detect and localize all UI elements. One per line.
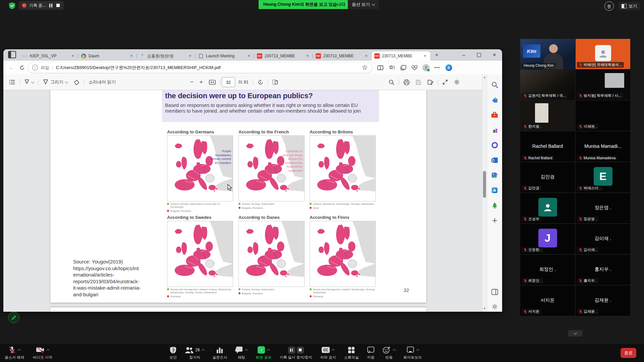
participant-tile-14[interactable]: 김이재 .김이재 . bbox=[576, 224, 630, 254]
bing-copilot-icon[interactable]: b bbox=[444, 63, 453, 72]
page-info-icon[interactable]: i bbox=[32, 65, 38, 70]
toolbar-share-button[interactable]: ↑화면 공유 bbox=[256, 344, 271, 362]
pdf-content-area[interactable]: the decision were up to European publics… bbox=[3, 90, 482, 312]
participant-tile-17[interactable]: 서지운서지운 bbox=[520, 286, 575, 316]
search-document-icon[interactable] bbox=[386, 77, 397, 87]
sidebar-toolbox-icon[interactable] bbox=[490, 111, 499, 119]
participant-tile-9[interactable]: 김민경김민경 bbox=[520, 162, 575, 192]
chevron-up-icon[interactable] bbox=[267, 349, 270, 352]
chevron-up-icon[interactable] bbox=[332, 349, 335, 352]
toolbar-mic-off-button[interactable]: 음소거 해제 bbox=[5, 344, 24, 362]
participant-tile-4[interactable]: 방지원[ 학부재학 / 사... bbox=[576, 70, 630, 100]
tab-close-icon[interactable]: × bbox=[129, 53, 134, 59]
scrollbar-thumb[interactable] bbox=[483, 171, 486, 198]
toolbar-people-button[interactable]: 28참가자 bbox=[185, 344, 204, 362]
participant-tile-16[interactable]: 홍지우 .홍지우 . bbox=[576, 255, 630, 285]
tab-close-icon[interactable]: × bbox=[364, 53, 369, 59]
save-as-button[interactable] bbox=[424, 77, 436, 87]
toolbar-chat-button[interactable]: 채팅 bbox=[235, 344, 248, 362]
browser-tab-2[interactable]: DDaum× bbox=[78, 51, 137, 61]
participant-tile-12[interactable]: 장은영 .장은영 . bbox=[576, 193, 630, 223]
browser-tab-5[interactable]: PDF230713_MEMBE× bbox=[254, 51, 313, 61]
toolbar-grid-button[interactable]: 소회의실 bbox=[344, 344, 359, 362]
participant-tile-1[interactable]: KImHeung Chong Kim bbox=[520, 39, 575, 69]
sidebar-m365-icon[interactable] bbox=[490, 141, 499, 149]
sidebar-outlook-icon[interactable] bbox=[490, 156, 499, 164]
new-tab-button[interactable]: + bbox=[432, 51, 441, 59]
browser-tab-3[interactable]: *김흥종/원장/원× bbox=[137, 51, 196, 61]
collapse-panel-button[interactable] bbox=[568, 330, 583, 337]
split-screen-icon[interactable] bbox=[376, 63, 385, 72]
sidebar-designer-icon[interactable] bbox=[490, 171, 499, 179]
stop-recording-button[interactable] bbox=[56, 3, 60, 8]
end-meeting-button[interactable]: 종료 bbox=[621, 348, 636, 358]
chevron-up-icon[interactable] bbox=[47, 349, 50, 352]
toolbar-record-button[interactable]: 기록 일시 중지/중지 bbox=[279, 344, 312, 362]
participant-tile-10[interactable]: E박에스더 . bbox=[576, 162, 630, 192]
toolbar-support-button[interactable]: 지원 bbox=[367, 344, 375, 362]
maximize-button[interactable] bbox=[471, 49, 487, 61]
participant-tile-6[interactable]: 이채현 . bbox=[576, 101, 630, 131]
annotation-pen-button[interactable] bbox=[8, 312, 19, 323]
chevron-up-icon[interactable] bbox=[416, 349, 419, 352]
fullscreen-button[interactable] bbox=[439, 77, 451, 87]
table-of-contents-icon[interactable] bbox=[6, 77, 18, 87]
participant-tile-5[interactable]: 한지원 . bbox=[520, 101, 575, 131]
sidebar-games-icon[interactable] bbox=[490, 126, 499, 134]
chevron-up-icon[interactable] bbox=[202, 349, 205, 352]
view-options-button[interactable]: 옵션 보기 bbox=[348, 0, 379, 9]
page-view-button[interactable] bbox=[269, 77, 282, 87]
browser-tab-7[interactable]: PDF230713_MEMBE× bbox=[372, 51, 430, 61]
rotate-button[interactable] bbox=[255, 77, 266, 87]
toolbar-cc-button[interactable]: CC자막 표시 bbox=[320, 344, 336, 362]
scroll-down-arrow[interactable]: ▼ bbox=[482, 306, 487, 311]
zoom-out-button[interactable]: − bbox=[187, 77, 197, 87]
sidebar-settings-icon[interactable] bbox=[490, 302, 499, 311]
minimize-button[interactable]: ─ bbox=[456, 49, 471, 61]
pdf-settings-gear-icon[interactable] bbox=[451, 77, 463, 87]
sidebar-shopping-icon[interactable] bbox=[490, 96, 499, 104]
tab-close-icon[interactable]: × bbox=[70, 53, 75, 59]
participant-tile-7[interactable]: Rachel BallardRachel Ballard bbox=[520, 131, 575, 162]
chevron-up-icon[interactable] bbox=[245, 349, 248, 352]
eraser-button[interactable] bbox=[71, 77, 83, 87]
zoom-in-button[interactable]: + bbox=[197, 77, 206, 87]
sidebar-panel-icon[interactable] bbox=[490, 288, 499, 296]
participant-tile-8[interactable]: Munisa Mamadi...Munisa Mamadieva bbox=[576, 131, 630, 162]
gallery-view-button[interactable]: 보기 bbox=[619, 2, 640, 10]
read-aloud-button[interactable]: 소리내어 읽기 bbox=[86, 77, 119, 87]
fit-to-width-button[interactable] bbox=[206, 77, 219, 87]
workspaces-icon[interactable] bbox=[8, 51, 16, 58]
toolbar-cam-off-button[interactable]: 비디오 시작 bbox=[33, 344, 52, 362]
profile-avatar[interactable] bbox=[421, 63, 431, 72]
back-icon[interactable]: ← bbox=[7, 63, 16, 72]
close-button[interactable]: × bbox=[487, 49, 502, 61]
browser-tab-6[interactable]: PDF230713_MEMBE× bbox=[313, 51, 372, 61]
stop-recording-icon[interactable] bbox=[297, 347, 304, 354]
pause-recording-icon[interactable] bbox=[288, 347, 295, 354]
toolbar-smile-button[interactable]: 반응 bbox=[383, 344, 395, 362]
url-field[interactable]: i 파일 | C:/Users/ZB99015/Desktop/연구원%20관련… bbox=[28, 63, 372, 73]
draw-tool-button[interactable]: 그리기 bbox=[40, 77, 71, 87]
participant-tile-3[interactable]: 김현지[ 학부재학 / 국... bbox=[520, 70, 575, 100]
toolbar-shield-button[interactable]: 보안 bbox=[169, 344, 177, 362]
participant-tile-15[interactable]: 최정인 .최정인 . bbox=[520, 255, 575, 285]
scroll-up-arrow[interactable]: ▲ bbox=[482, 75, 487, 80]
tab-close-icon[interactable]: × bbox=[422, 53, 428, 59]
browser-tab-4[interactable]: Launch Meeting× bbox=[196, 51, 254, 61]
pause-recording-button[interactable] bbox=[48, 3, 53, 8]
tab-close-icon[interactable]: × bbox=[246, 53, 252, 59]
refresh-icon[interactable] bbox=[17, 63, 27, 72]
browser-essentials-icon[interactable] bbox=[410, 63, 419, 72]
toolbar-poll-button[interactable]: 설문조사 bbox=[212, 344, 227, 362]
collections-icon[interactable] bbox=[398, 63, 408, 72]
participant-tile-18[interactable]: 김재윤 .김재윤 . bbox=[576, 286, 630, 316]
pdf-scrollbar[interactable]: ▲ ▼ bbox=[482, 74, 487, 312]
participant-tile-11[interactable]: 조성우 bbox=[520, 193, 575, 223]
favorites-icon[interactable] bbox=[387, 63, 396, 72]
highlighter-tool-button[interactable] bbox=[21, 77, 37, 87]
sidebar-tree-icon[interactable] bbox=[490, 201, 499, 209]
participant-tile-2[interactable]: 박혜연[ 국제대학원석... bbox=[576, 39, 630, 69]
broadcast-icon[interactable] bbox=[604, 1, 614, 11]
print-button[interactable] bbox=[400, 77, 413, 87]
